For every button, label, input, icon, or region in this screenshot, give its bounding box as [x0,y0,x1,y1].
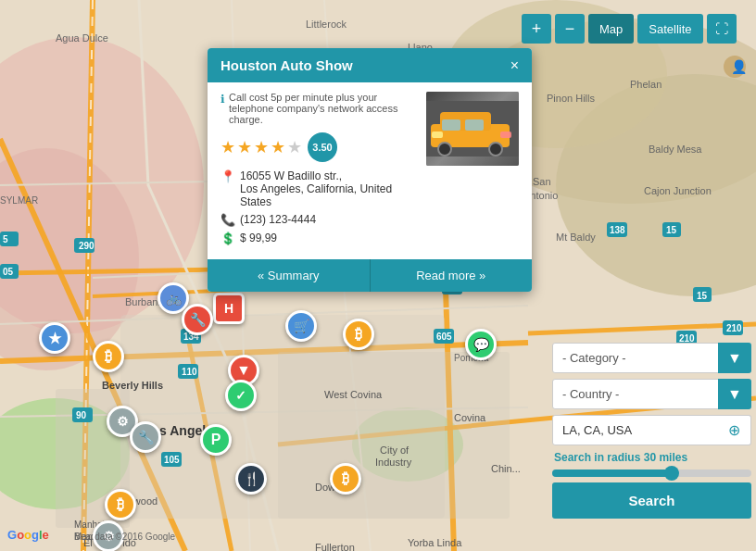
popup-call-note: ℹ Call cost 5p per minute plus your tele… [220,92,417,125]
marker-chat[interactable]: 💬 [465,329,497,360]
svg-rect-78 [500,131,511,138]
svg-text:West Covina: West Covina [324,389,383,400]
country-select[interactable]: - Country - [552,379,751,409]
marker-star[interactable]: ★ [39,322,70,354]
popup-header: Houston Auto Show × [208,48,532,82]
svg-text:15: 15 [666,225,677,235]
popup-price: 💲 $ 99,99 [220,232,417,245]
svg-text:Cajon Junction: Cajon Junction [644,185,712,196]
svg-text:210: 210 [726,323,742,333]
popup-car-image [426,92,519,166]
popup-image [426,92,519,166]
svg-text:Mt Baldy: Mt Baldy [556,232,596,243]
marker-food[interactable]: 🍴 [235,463,267,495]
price-icon: 💲 [220,232,235,245]
location-popup: Houston Auto Show × ℹ Call cost 5p per m… [208,48,532,292]
search-button[interactable]: Search [552,482,751,519]
svg-point-74 [489,143,502,156]
map-controls: + − Map Satellite ⛶ [522,14,737,44]
svg-text:Covina: Covina [454,412,486,423]
popup-info: ℹ Call cost 5p per minute plus your tele… [220,92,417,250]
svg-text:Phelan: Phelan [630,79,662,90]
svg-text:Agua Dulce: Agua Dulce [56,32,108,44]
svg-text:05: 05 [3,267,14,277]
read-more-button[interactable]: Read more » [371,259,533,292]
svg-text:Baldy Mesa: Baldy Mesa [649,144,702,155]
star-3: ★ [254,137,269,157]
svg-text:San: San [533,176,551,187]
category-select[interactable]: - Category - [552,343,751,373]
zoom-in-button[interactable]: + [522,14,551,44]
popup-title: Houston Auto Show [220,57,353,73]
svg-rect-10 [278,352,510,519]
svg-text:Beverly Hills: Beverly Hills [102,380,163,391]
marker-bitcoin-1[interactable]: ₿ [93,341,124,372]
star-1: ★ [220,137,235,157]
marker-bitcoin-3[interactable]: ₿ [330,463,361,495]
svg-text:SYLMAR: SYLMAR [0,195,38,206]
svg-text:Fullerton: Fullerton [315,542,355,551]
radius-text: Search in radius 30 miles [552,451,751,464]
country-select-wrapper: - Country - ▼ [552,379,751,409]
marker-gear-2[interactable]: 🔧 [130,421,161,453]
rating-badge: 3.50 [308,132,337,162]
location-icon: 📍 [220,169,235,183]
svg-text:Yorba Linda: Yorba Linda [408,537,462,548]
svg-text:105: 105 [164,455,180,465]
satellite-view-button[interactable]: Satellite [637,14,702,44]
svg-rect-76 [465,119,484,131]
svg-text:110: 110 [182,367,197,377]
phone-icon: 📞 [220,213,235,227]
svg-text:👤: 👤 [731,59,748,75]
svg-point-73 [438,143,451,156]
radius-slider-track[interactable] [552,470,751,477]
marker-cart[interactable]: 🛒 [285,310,317,342]
marker-bitcoin-2[interactable]: ₿ [343,319,374,350]
marker-wrench[interactable]: 🔧 [182,304,213,335]
popup-phone-text: (123) 123-4444 [240,213,316,226]
svg-text:Littlerock: Littlerock [306,19,347,30]
svg-text:90: 90 [76,410,87,420]
svg-text:City of: City of [380,445,410,456]
map-container: Agua Dulce Littlerock Llano Pinon Hills … [0,0,756,551]
category-select-wrapper: - Category - ▼ [552,343,751,373]
svg-text:290: 290 [79,241,94,251]
sidebar: - Category - ▼ - Country - ▼ ⊕ Search in… [552,343,751,519]
map-data-text: Map data ©2016 Google [74,532,175,542]
marker-parking[interactable]: P [200,424,232,456]
popup-price-text: $ 99,99 [240,232,277,244]
summary-button[interactable]: « Summary [208,259,371,292]
zoom-out-button[interactable]: − [555,14,585,44]
svg-text:Industry: Industry [375,457,412,468]
svg-text:Pinon Hills: Pinon Hills [547,93,595,104]
locate-me-button[interactable]: ⊕ [718,415,751,445]
svg-text:5: 5 [3,234,8,244]
svg-text:138: 138 [610,225,625,235]
popup-phone: 📞 (123) 123-4444 [220,213,417,227]
location-input-wrapper: ⊕ [552,415,751,445]
svg-text:Chin...: Chin... [491,463,521,474]
google-logo: Google [7,528,49,542]
marker-h[interactable]: H [213,293,245,324]
star-2: ★ [237,137,252,157]
popup-actions: « Summary Read more » [208,259,532,292]
popup-call-text: Call cost 5p per minute plus your teleph… [229,92,417,125]
star-5: ★ [287,137,302,157]
star-rating: ★ ★ ★ ★ ★ [220,137,302,157]
popup-close-button[interactable]: × [510,58,519,73]
svg-text:605: 605 [436,332,452,342]
radius-value: 30 [644,451,656,464]
popup-rating: ★ ★ ★ ★ ★ 3.50 [220,132,417,162]
radius-slider-thumb[interactable] [664,466,679,481]
map-view-button[interactable]: Map [588,14,634,44]
marker-bitcoin-4[interactable]: ₿ [105,489,136,520]
marker-check[interactable]: ✓ [225,380,257,411]
svg-rect-77 [432,131,443,138]
svg-text:15: 15 [697,291,708,301]
popup-address: 📍 16055 W Badillo str., Los Angeles, Cal… [220,169,417,208]
svg-rect-75 [442,119,460,131]
popup-body: ℹ Call cost 5p per minute plus your tele… [208,82,532,259]
expand-map-button[interactable]: ⛶ [707,14,737,44]
popup-address-text: 16055 W Badillo str., Los Angeles, Calif… [240,169,417,208]
star-4: ★ [271,137,285,157]
